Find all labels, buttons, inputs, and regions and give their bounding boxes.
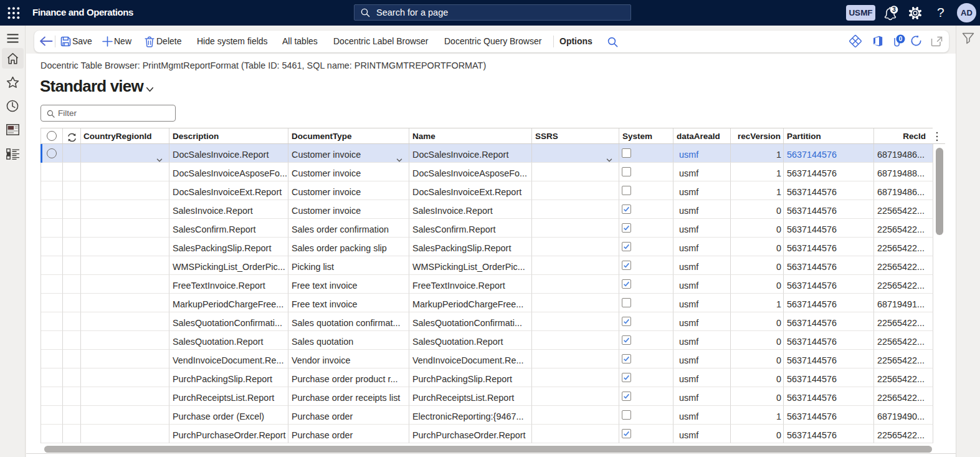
- svg-text:0: 0: [899, 35, 903, 42]
- svg-text:3: 3: [892, 6, 896, 13]
